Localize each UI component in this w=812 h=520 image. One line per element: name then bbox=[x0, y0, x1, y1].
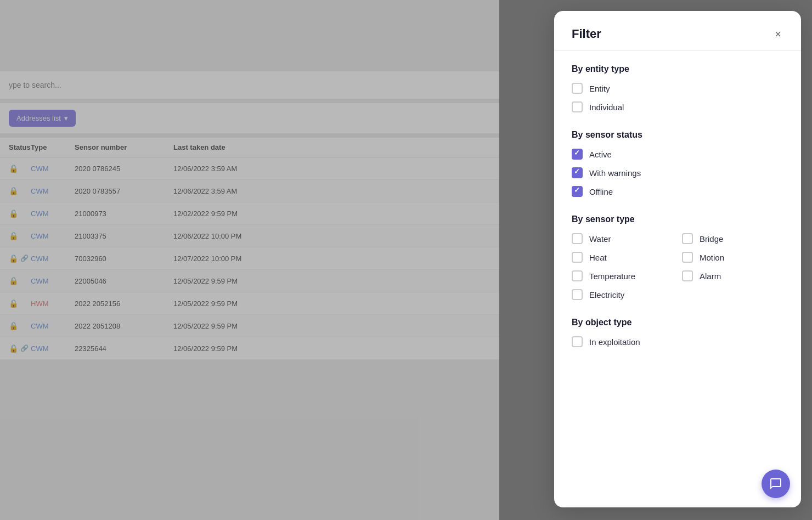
entity-checkbox[interactable] bbox=[572, 83, 583, 94]
heat-checkbox-item: Heat bbox=[572, 252, 673, 263]
individual-checkbox-item: Individual bbox=[572, 101, 783, 112]
heat-label[interactable]: Heat bbox=[589, 253, 607, 262]
alarm-label[interactable]: Alarm bbox=[700, 272, 721, 281]
temperature-checkbox[interactable] bbox=[572, 270, 583, 281]
close-button[interactable]: × bbox=[772, 26, 783, 42]
water-checkbox-item: Water bbox=[572, 233, 673, 244]
electricity-checkbox-item: Electricity bbox=[572, 289, 673, 300]
bridge-checkbox[interactable] bbox=[682, 233, 693, 244]
motion-checkbox[interactable] bbox=[682, 252, 693, 263]
panel-title: Filter bbox=[572, 27, 601, 41]
exploitation-checkbox[interactable] bbox=[572, 336, 583, 347]
water-checkbox[interactable] bbox=[572, 233, 583, 244]
offline-checkbox[interactable] bbox=[572, 186, 583, 197]
entity-type-section: By entity type Entity Individual bbox=[572, 64, 783, 112]
active-label[interactable]: Active bbox=[589, 150, 612, 159]
individual-label[interactable]: Individual bbox=[589, 103, 624, 112]
panel-header: Filter × bbox=[554, 11, 801, 51]
sensor-status-section: By sensor status Active With warnings Of… bbox=[572, 130, 783, 197]
exploitation-checkbox-item: In exploitation bbox=[572, 336, 783, 347]
warnings-checkbox[interactable] bbox=[572, 167, 583, 178]
sensor-type-grid: Water Bridge Heat Motion Temperature bbox=[572, 233, 783, 300]
object-type-section: By object type In exploitation bbox=[572, 318, 783, 347]
warnings-checkbox-item: With warnings bbox=[572, 167, 783, 178]
entity-label[interactable]: Entity bbox=[589, 84, 610, 93]
motion-checkbox-item: Motion bbox=[682, 252, 783, 263]
temperature-label[interactable]: Temperature bbox=[589, 272, 635, 281]
background-area: Addresses list ▾ Status Type Sensor numb… bbox=[0, 0, 499, 520]
bridge-checkbox-item: Bridge bbox=[682, 233, 783, 244]
water-label[interactable]: Water bbox=[589, 234, 611, 244]
temperature-checkbox-item: Temperature bbox=[572, 270, 673, 281]
motion-label[interactable]: Motion bbox=[700, 253, 724, 262]
offline-label[interactable]: Offline bbox=[589, 187, 613, 196]
sensor-type-section: By sensor type Water Bridge Heat Motion bbox=[572, 214, 783, 300]
active-checkbox[interactable] bbox=[572, 149, 583, 160]
offline-checkbox-item: Offline bbox=[572, 186, 783, 197]
individual-checkbox[interactable] bbox=[572, 101, 583, 112]
sensor-type-title: By sensor type bbox=[572, 214, 783, 224]
warnings-label[interactable]: With warnings bbox=[589, 168, 641, 178]
chat-icon bbox=[769, 477, 782, 490]
object-type-title: By object type bbox=[572, 318, 783, 327]
alarm-checkbox-item: Alarm bbox=[682, 270, 783, 281]
exploitation-label[interactable]: In exploitation bbox=[589, 337, 640, 347]
overlay bbox=[0, 0, 499, 520]
entity-checkbox-item: Entity bbox=[572, 83, 783, 94]
electricity-checkbox[interactable] bbox=[572, 289, 583, 300]
alarm-checkbox[interactable] bbox=[682, 270, 693, 281]
sensor-status-title: By sensor status bbox=[572, 130, 783, 140]
panel-body: By entity type Entity Individual By sens… bbox=[554, 51, 801, 504]
electricity-label[interactable]: Electricity bbox=[589, 290, 624, 299]
active-checkbox-item: Active bbox=[572, 149, 783, 160]
entity-type-title: By entity type bbox=[572, 64, 783, 74]
heat-checkbox[interactable] bbox=[572, 252, 583, 263]
filter-panel: Filter × By entity type Entity Individua… bbox=[554, 11, 801, 507]
chat-button[interactable] bbox=[762, 470, 790, 498]
bridge-label[interactable]: Bridge bbox=[700, 234, 723, 244]
